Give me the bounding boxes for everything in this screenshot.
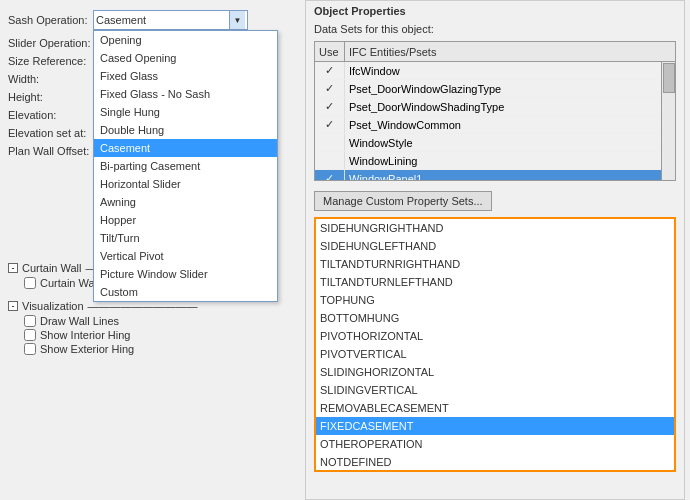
show-exterior-row: Show Exterior Hing — [0, 342, 290, 356]
ifc-col-use-header: Use — [315, 42, 345, 61]
ifc-table: Use IFC Entities/Psets ✓ IfcWindow ✓ Pse… — [314, 41, 676, 181]
ifc-table-body: ✓ IfcWindow ✓ Pset_DoorWindowGlazingType… — [315, 62, 675, 181]
dropdown-item-single-hung[interactable]: Single Hung — [94, 103, 277, 121]
ifc-row-windowstyle[interactable]: WindowStyle — [315, 134, 675, 152]
list-item-slidingvertical[interactable]: SLIDINGVERTICAL — [316, 381, 674, 399]
list-item-otheroperation[interactable]: OTHEROPERATION — [316, 435, 674, 453]
ifc-row-windowpanel1[interactable]: ✓ WindowPanel1 — [315, 170, 675, 181]
show-interior-label: Show Interior Hing — [40, 329, 131, 341]
ifc-row-glazing[interactable]: ✓ Pset_DoorWindowGlazingType — [315, 80, 675, 98]
panel-subtitle: Data Sets for this object: — [306, 21, 684, 37]
dropdown-item-horiz-slider[interactable]: Horizontal Slider — [94, 175, 277, 193]
show-exterior-checkbox[interactable] — [24, 343, 36, 355]
draw-wall-lines-row: Draw Wall Lines — [0, 314, 290, 328]
ifc-name-5: WindowLining — [345, 155, 675, 167]
sash-dropdown-list: Opening Cased Opening Fixed Glass Fixed … — [93, 30, 278, 302]
dropdown-item-fixed-glass[interactable]: Fixed Glass — [94, 67, 277, 85]
ifc-check-5 — [315, 152, 345, 169]
list-item-removablecasement[interactable]: REMOVABLECASEMENT — [316, 399, 674, 417]
curtain-wall-label: Curtain Wall — [22, 262, 82, 274]
ifc-name-2: Pset_DoorWindowShadingType — [345, 101, 675, 113]
right-panel: Object Properties Data Sets for this obj… — [305, 0, 685, 500]
dropdown-item-opening[interactable]: Opening — [94, 31, 277, 49]
manage-custom-sets-button[interactable]: Manage Custom Property Sets... — [314, 191, 492, 211]
ifc-row-ifcwindow[interactable]: ✓ IfcWindow — [315, 62, 675, 80]
left-panel: Sash Operation: Casement ▼ Opening Cased… — [0, 0, 290, 500]
list-item-slidinghorizontal[interactable]: SLIDINGHORIZONTAL — [316, 363, 674, 381]
sash-operation-row: Sash Operation: Casement ▼ Opening Cased… — [0, 8, 290, 32]
list-item-notdefined[interactable]: NOTDEFINED — [316, 453, 674, 471]
ifc-row-shading[interactable]: ✓ Pset_DoorWindowShadingType — [315, 98, 675, 116]
sash-dropdown-value: Casement — [96, 14, 229, 26]
ifc-name-4: WindowStyle — [345, 137, 675, 149]
dropdown-item-hopper[interactable]: Hopper — [94, 211, 277, 229]
ifc-name-1: Pset_DoorWindowGlazingType — [345, 83, 675, 95]
ifc-name-0: IfcWindow — [345, 65, 675, 77]
curtain-wall-toggle[interactable]: - — [8, 263, 18, 273]
list-item-sidehungrighthand[interactable]: SIDEHUNGRIGHTHAND — [316, 219, 674, 237]
visualization-label: Visualization — [22, 300, 84, 312]
list-item-tophung[interactable]: TOPHUNG — [316, 291, 674, 309]
dropdown-item-awning[interactable]: Awning — [94, 193, 277, 211]
dropdown-item-tilt-turn[interactable]: Tilt/Turn — [94, 229, 277, 247]
dropdown-item-custom[interactable]: Custom — [94, 283, 277, 301]
ifc-check-1: ✓ — [315, 80, 345, 97]
sash-dropdown-wrapper: Casement ▼ Opening Cased Opening Fixed G… — [93, 10, 248, 30]
list-item-pivothorizontal[interactable]: PIVOTHORIZONTAL — [316, 327, 674, 345]
show-exterior-label: Show Exterior Hing — [40, 343, 134, 355]
ifc-name-3: Pset_WindowCommon — [345, 119, 675, 131]
dropdown-item-vertical-pivot[interactable]: Vertical Pivot — [94, 247, 277, 265]
list-item-sidehunglefthand[interactable]: SIDEHUNGLEFTHAND — [316, 237, 674, 255]
list-item-bottomhung[interactable]: BOTTOMHUNG — [316, 309, 674, 327]
ifc-table-scroll-thumb[interactable] — [663, 63, 675, 93]
ifc-col-entities-header: IFC Entities/Psets — [345, 46, 661, 58]
list-item-fixedcasement[interactable]: FIXEDCASEMENT — [316, 417, 674, 435]
curtain-wall-window-checkbox[interactable] — [24, 277, 36, 289]
operation-list: SIDEHUNGRIGHTHAND SIDEHUNGLEFTHAND TILTA… — [314, 217, 676, 472]
sash-dropdown-header[interactable]: Casement ▼ — [93, 10, 248, 30]
list-item-tiltandturnrighthand[interactable]: TILTANDTURNRIGHTHAND — [316, 255, 674, 273]
ifc-check-0: ✓ — [315, 62, 345, 79]
panel-title: Object Properties — [306, 1, 684, 21]
ifc-check-2: ✓ — [315, 98, 345, 115]
ifc-row-common[interactable]: ✓ Pset_WindowCommon — [315, 116, 675, 134]
ifc-table-scrollbar[interactable] — [661, 62, 675, 181]
dropdown-arrow-icon[interactable]: ▼ — [229, 11, 245, 29]
dropdown-item-picture-window[interactable]: Picture Window Slider — [94, 265, 277, 283]
visualization-section: - Visualization —————————— Draw Wall Lin… — [0, 298, 290, 356]
ifc-row-windowlining[interactable]: WindowLining — [315, 152, 675, 170]
ifc-check-4 — [315, 134, 345, 151]
show-interior-row: Show Interior Hing — [0, 328, 290, 342]
draw-wall-lines-checkbox[interactable] — [24, 315, 36, 327]
ifc-check-6: ✓ — [315, 170, 345, 181]
dropdown-item-biparting[interactable]: Bi-parting Casement — [94, 157, 277, 175]
visualization-toggle[interactable]: - — [8, 301, 18, 311]
list-item-tiltandturnlefthand[interactable]: TILTANDTURNLEFTHAND — [316, 273, 674, 291]
dropdown-item-fixed-glass-no-sash[interactable]: Fixed Glass - No Sash — [94, 85, 277, 103]
sash-operation-label: Sash Operation: — [8, 14, 93, 26]
ifc-check-3: ✓ — [315, 116, 345, 133]
dropdown-item-cased-opening[interactable]: Cased Opening — [94, 49, 277, 67]
list-item-pivotvertical[interactable]: PIVOTVERTICAL — [316, 345, 674, 363]
ifc-table-header: Use IFC Entities/Psets — [315, 42, 675, 62]
dropdown-item-double-hung[interactable]: Double Hung — [94, 121, 277, 139]
ifc-name-6: WindowPanel1 — [345, 173, 675, 182]
show-interior-checkbox[interactable] — [24, 329, 36, 341]
list-item-not-defined-angle[interactable]: <Not Defined> — [316, 471, 674, 472]
draw-wall-lines-label: Draw Wall Lines — [40, 315, 119, 327]
dropdown-item-casement[interactable]: Casement — [94, 139, 277, 157]
